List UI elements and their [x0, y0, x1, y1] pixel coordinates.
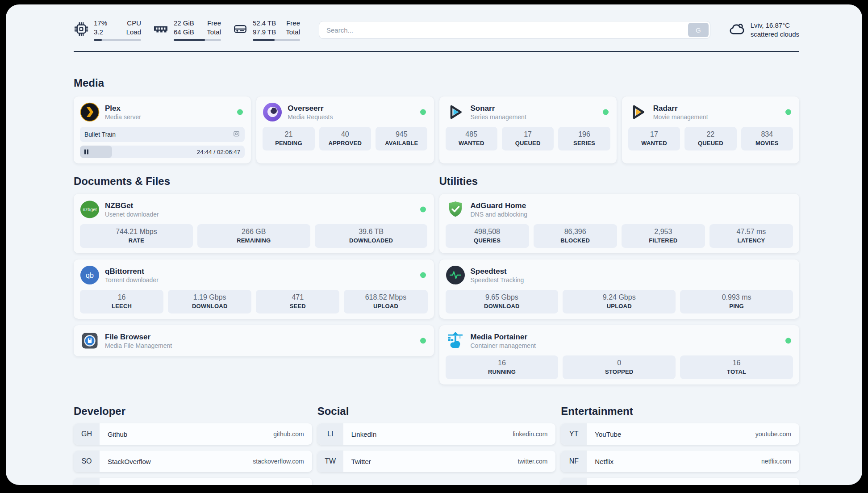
- adguard-card[interactable]: AdGuard Home DNS and adblocking 498,508 …: [439, 194, 800, 253]
- stat-ping: 0.993 ms PING: [680, 290, 793, 313]
- memory-usage-widget: 22 GiB 64 GiB Free Total: [153, 19, 221, 41]
- stat-running: 16 RUNNING: [446, 355, 559, 379]
- bookmark-label: DEV: [100, 478, 121, 485]
- adguard-icon: [446, 200, 465, 219]
- bookmark-label: LinkedIn: [343, 423, 377, 445]
- playback-progress-bar[interactable]: 24:44 / 02:06:47: [80, 146, 245, 158]
- sonarr-card[interactable]: Sonarr Series management 485 WANTED 17 Q…: [439, 96, 617, 163]
- now-playing-title: Bullet Train: [84, 131, 116, 138]
- bookmark-url: github.com: [273, 423, 312, 445]
- bookmark-dev[interactable]: DT DEV dev.to: [74, 478, 312, 485]
- stat-approved: 40 APPROVED: [319, 127, 371, 150]
- app-name: Plex: [105, 104, 141, 113]
- app-subtitle: Usenet downloader: [105, 211, 159, 218]
- bookmark-url: stackoverflow.com: [253, 451, 312, 472]
- bookmark-github[interactable]: GH Github github.com: [74, 423, 312, 445]
- bookmark-abbr: SO: [74, 451, 100, 472]
- bookmark-abbr: NF: [561, 451, 587, 472]
- cpu-labels: CPU Load: [126, 19, 141, 36]
- cloud-icon: [728, 21, 745, 39]
- media-grid: Plex Media server Bullet Train 24:44 / 0…: [74, 96, 799, 163]
- weather-widget: Lviv, 16.87°C scattered clouds: [728, 21, 799, 39]
- stat-download: 9.65 Gbps DOWNLOAD: [446, 290, 559, 313]
- section-title-utilities: Utilities: [439, 175, 800, 188]
- bookmark-url: youtube.com: [755, 423, 799, 445]
- bookmark-abbr: LI: [317, 423, 343, 445]
- memory-values: 22 GiB 64 GiB: [174, 19, 194, 36]
- status-online-dot: [785, 338, 791, 344]
- app-subtitle: DNS and adblocking: [471, 211, 528, 218]
- section-title-media: Media: [74, 77, 799, 89]
- header-bar: 17% 3.2 CPU Load: [74, 17, 799, 43]
- app-name: qBittorrent: [105, 267, 159, 276]
- app-subtitle: Speedtest Tracking: [471, 276, 524, 284]
- bookmark-twitter[interactable]: TW Twitter twitter.com: [317, 451, 556, 472]
- bookmark-url: netflix.com: [761, 451, 799, 472]
- app-subtitle: Movie management: [653, 113, 708, 121]
- playback-time: 24:44 / 02:06:47: [197, 149, 241, 155]
- portainer-icon: [446, 331, 465, 351]
- app-subtitle: Media server: [105, 113, 141, 121]
- stat-queries: 498,508 QUERIES: [446, 224, 529, 248]
- section-title-developer: Developer: [74, 405, 312, 418]
- now-playing-row: Bullet Train: [80, 127, 245, 142]
- stat-stopped: 0 STOPPED: [563, 355, 676, 379]
- stat-filtered: 2,953 FILTERED: [622, 224, 705, 248]
- bookmark-abbr: YT: [561, 423, 587, 445]
- stat-series: 196 SERIES: [558, 127, 610, 150]
- search-bar: G: [319, 21, 710, 39]
- pause-icon: [84, 150, 88, 155]
- qbittorrent-icon: qb: [80, 265, 100, 285]
- plex-card[interactable]: Plex Media server Bullet Train 24:44 / 0…: [74, 96, 251, 163]
- radarr-icon: [628, 102, 648, 122]
- stat-leech: 16 LEECH: [80, 290, 163, 313]
- header-divider: [74, 51, 799, 52]
- bookmark-label: Netflix: [587, 451, 613, 472]
- speedtest-icon: [446, 265, 465, 285]
- bookmark-url: linkedin.com: [513, 423, 556, 445]
- stat-available: 945 AVAILABLE: [376, 127, 427, 150]
- stat-rate: 744.21 Mbps RATE: [80, 224, 193, 248]
- ram-icon: [153, 21, 169, 39]
- status-online-dot: [420, 109, 426, 115]
- section-title-documents: Documents & Files: [74, 175, 434, 188]
- stat-pending: 21 PENDING: [263, 127, 314, 150]
- stat-total: 16 TOTAL: [680, 355, 793, 379]
- memory-labels: Free Total: [207, 19, 221, 36]
- bookmark-stackoverflow[interactable]: SO StackOverflow stackoverflow.com: [74, 451, 312, 472]
- qbittorrent-card[interactable]: qb qBittorrent Torrent downloader 16 LEE…: [74, 259, 434, 319]
- filebrowser-icon: [80, 331, 100, 351]
- app-name: Sonarr: [471, 104, 526, 113]
- bookmark-label: StackOverflow: [100, 451, 151, 472]
- movie-icon: [233, 130, 240, 139]
- app-subtitle: Media File Management: [105, 342, 172, 349]
- overseerr-card[interactable]: Overseerr Media Requests 21 PENDING 40 A…: [256, 96, 434, 163]
- nzbget-icon: nzbget: [80, 200, 100, 219]
- overseerr-icon: [263, 102, 282, 122]
- bookmark-reddit[interactable]: RE Reddit reddit.com: [561, 478, 799, 485]
- stat-wanted: 17 WANTED: [628, 127, 680, 150]
- stat-blocked: 86,396 BLOCKED: [534, 224, 617, 248]
- stat-upload: 9.24 Gbps UPLOAD: [563, 290, 676, 313]
- status-online-dot: [785, 109, 791, 115]
- filebrowser-card[interactable]: File Browser Media File Management: [74, 325, 434, 356]
- status-online-dot: [603, 109, 609, 115]
- bookmark-youtube[interactable]: YT YouTube youtube.com: [561, 423, 799, 445]
- search-input[interactable]: [319, 21, 710, 39]
- bookmark-linkedin[interactable]: LI LinkedIn linkedin.com: [317, 423, 556, 445]
- speedtest-card[interactable]: Speedtest Speedtest Tracking 9.65 Gbps D…: [439, 259, 800, 319]
- portainer-card[interactable]: Media Portainer Container management 16 …: [439, 325, 800, 384]
- search-engine-button[interactable]: G: [688, 23, 709, 37]
- radarr-card[interactable]: Radarr Movie management 17 WANTED 22 QUE…: [622, 96, 799, 163]
- disk-values: 52.4 TB 97.9 TB: [253, 19, 276, 36]
- stat-seed: 471 SEED: [256, 290, 339, 313]
- stat-upload: 618.52 Mbps UPLOAD: [344, 290, 427, 313]
- disk-progress-bar: [253, 39, 300, 41]
- weather-condition: scattered clouds: [751, 30, 799, 39]
- social-column: Social LI LinkedIn linkedin.com TW Twitt…: [317, 405, 556, 485]
- app-name: AdGuard Home: [471, 201, 528, 210]
- bookmark-abbr: RE: [561, 478, 587, 485]
- bookmark-netflix[interactable]: NF Netflix netflix.com: [561, 451, 799, 472]
- nzbget-card[interactable]: nzbget NZBGet Usenet downloader 744.21 M…: [74, 194, 434, 253]
- stat-queued: 17 QUEUED: [502, 127, 554, 150]
